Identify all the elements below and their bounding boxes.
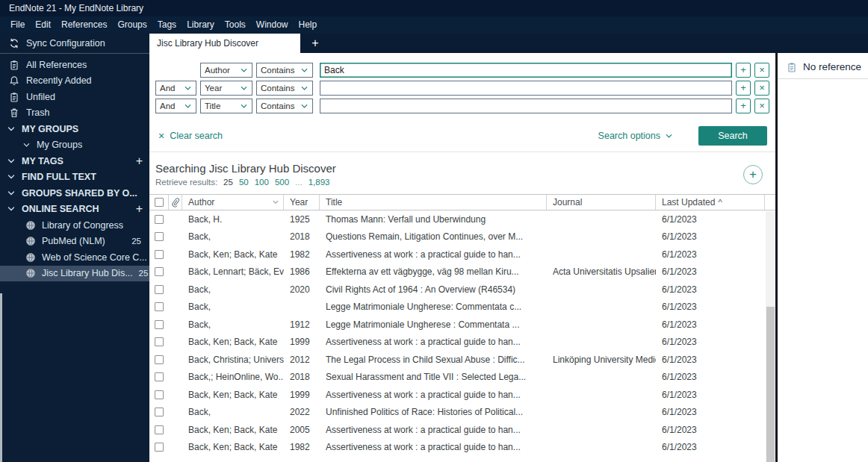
retrieve-option-500[interactable]: 500 <box>275 178 289 187</box>
author-column-header[interactable]: Author <box>182 195 284 210</box>
chevron-down-icon[interactable] <box>6 188 16 199</box>
table-row[interactable]: Back, Ken; Back, Kate 1999 Assertiveness… <box>149 386 775 404</box>
table-row[interactable]: Back, Ken; Back, Kate 2005 Assertiveness… <box>149 421 775 439</box>
clear-search-label: Clear search <box>170 131 223 141</box>
row-checkbox[interactable] <box>155 355 164 364</box>
sidebar-group-find-full-text[interactable]: FIND FULL TEXT <box>0 169 149 186</box>
operator-select[interactable]: Contains <box>256 81 313 96</box>
search-term-input[interactable] <box>320 99 732 113</box>
row-checkbox[interactable] <box>155 372 164 381</box>
journal-column-header[interactable]: Journal <box>547 195 656 210</box>
add-search-row-button[interactable]: + <box>736 63 751 78</box>
sidebar-item-jisc-library-hub[interactable]: Jisc Library Hub Dis... 25 <box>0 266 149 282</box>
table-row[interactable]: Back, Ken; Back, Kate 1982 Assertiveness… <box>149 439 775 457</box>
search-term-input[interactable] <box>320 63 732 78</box>
menu-file[interactable]: File <box>5 16 30 34</box>
add-references-button[interactable]: + <box>743 165 763 184</box>
row-checkbox[interactable] <box>155 215 164 224</box>
table-row[interactable]: Back, 2018 Questions Remain, Litigation … <box>149 228 775 246</box>
attachment-column-header[interactable] <box>169 195 182 210</box>
row-checkbox[interactable] <box>155 425 164 434</box>
title-column-header[interactable]: Title <box>320 195 547 210</box>
sidebar-item-recently-added[interactable]: Recently Added <box>0 73 149 90</box>
row-checkbox[interactable] <box>155 285 164 294</box>
retrieve-option-all[interactable]: 1,893 <box>309 178 330 187</box>
row-checkbox[interactable] <box>155 302 164 311</box>
retrieve-option-25[interactable]: 25 <box>223 178 233 187</box>
last-updated-column-header[interactable]: Last Updated ^ <box>656 195 765 210</box>
sidebar-group-groups-shared[interactable]: GROUPS SHARED BY O... <box>0 185 149 202</box>
sidebar-item-library-of-congress[interactable]: Library of Congress <box>0 217 149 234</box>
table-row[interactable]: Back, H. 1925 Thomas Mann: Verfall und U… <box>149 210 775 228</box>
menu-help[interactable]: Help <box>294 16 323 34</box>
menu-library[interactable]: Library <box>182 16 220 34</box>
sidebar-item-my-groups[interactable]: My Groups <box>0 137 149 154</box>
table-row[interactable]: Back, Legge Matrimoniale Ungherese: Comm… <box>149 299 775 316</box>
sidebar-group-my-groups[interactable]: MY GROUPS <box>0 121 149 137</box>
select-all-checkbox[interactable] <box>155 198 164 207</box>
year-column-header[interactable]: Year <box>284 195 320 210</box>
sidebar-group-my-tags[interactable]: MY TAGS + <box>0 153 149 169</box>
table-row[interactable]: Back, Ken; Back, Kate 1999 Assertiveness… <box>149 334 775 352</box>
row-checkbox[interactable] <box>155 267 164 276</box>
row-checkbox[interactable] <box>155 337 164 346</box>
menu-references[interactable]: References <box>56 16 112 34</box>
add-online-search-button[interactable]: + <box>136 204 143 214</box>
boolean-select[interactable]: And <box>155 81 196 96</box>
boolean-select[interactable]: And <box>155 99 196 113</box>
sidebar-item-all-references[interactable]: All References <box>0 57 149 73</box>
select-all-header[interactable] <box>149 195 169 210</box>
table-row[interactable]: Back, 1912 Legge Matrimoniale Ungherese … <box>149 316 775 334</box>
retrieve-option-100[interactable]: 100 <box>255 178 269 187</box>
sidebar-item-web-of-science[interactable]: Web of Science Core C... <box>0 249 149 266</box>
field-select[interactable]: Title <box>200 99 252 113</box>
new-tab-button[interactable]: + <box>300 34 330 53</box>
search-options-dropdown[interactable]: Search options <box>598 131 673 141</box>
add-search-row-button[interactable]: + <box>736 99 751 113</box>
sidebar-item-unfiled[interactable]: Unfiled <box>0 89 149 105</box>
bell-icon <box>9 75 19 86</box>
table-row[interactable]: Back,; HeinOnline, Wo... 2018 Sexual Har… <box>149 369 775 387</box>
remove-search-row-button[interactable]: × <box>754 99 769 113</box>
add-search-row-button[interactable]: + <box>736 81 751 96</box>
field-select[interactable]: Year <box>200 81 252 96</box>
table-row[interactable]: Back, 2022 Unfinished Politics of Race: … <box>149 404 775 422</box>
remove-search-row-button[interactable]: × <box>754 63 769 78</box>
search-button[interactable]: Search <box>698 126 767 146</box>
table-row[interactable]: Bäck, Lennart; Bäck, Eva 1986 Effekterna… <box>149 263 775 281</box>
row-checkbox[interactable] <box>155 408 164 416</box>
chevron-down-icon[interactable] <box>6 172 16 182</box>
tab-jisc-library-hub-discover[interactable]: Jisc Library Hub Discover <box>149 34 300 53</box>
menu-tools[interactable]: Tools <box>220 16 251 34</box>
sidebar-group-online-search[interactable]: ONLINE SEARCH + <box>0 202 149 218</box>
row-checkbox[interactable] <box>155 390 164 399</box>
chevron-down-icon[interactable] <box>6 124 16 134</box>
operator-select[interactable]: Contains <box>256 63 313 78</box>
menu-window[interactable]: Window <box>251 16 294 34</box>
sidebar-item-sync-configuration[interactable]: Sync Configuration <box>0 34 149 54</box>
row-checkbox[interactable] <box>155 250 164 259</box>
chevron-down-icon[interactable] <box>22 141 31 149</box>
chevron-down-icon[interactable] <box>6 156 16 166</box>
menu-groups[interactable]: Groups <box>112 16 152 34</box>
table-row[interactable]: Back, Ken; Back, Kate 1982 Assertiveness… <box>149 246 775 263</box>
row-checkbox[interactable] <box>155 443 164 452</box>
field-select[interactable]: Author <box>200 63 252 78</box>
retrieve-option-50[interactable]: 50 <box>239 178 249 187</box>
table-row[interactable]: Back, 2020 Civil Rights Act of 1964 : An… <box>149 281 775 299</box>
chevron-down-icon[interactable] <box>6 204 16 214</box>
row-checkbox[interactable] <box>155 320 164 329</box>
search-term-input[interactable] <box>320 81 732 96</box>
vertical-scrollbar[interactable] <box>766 211 775 462</box>
menu-tags[interactable]: Tags <box>152 16 182 34</box>
operator-select[interactable]: Contains <box>256 99 313 113</box>
add-tag-button[interactable]: + <box>136 156 143 166</box>
sidebar-item-trash[interactable]: Trash <box>0 105 149 122</box>
scrollbar-thumb[interactable] <box>766 307 775 462</box>
row-checkbox[interactable] <box>155 232 164 241</box>
menu-edit[interactable]: Edit <box>30 16 56 34</box>
remove-search-row-button[interactable]: × <box>754 81 769 96</box>
table-row[interactable]: Back, Christina; Univers... 2012 The Leg… <box>149 351 775 369</box>
sidebar-item-pubmed[interactable]: PubMed (NLM) 25 <box>0 234 149 250</box>
clear-search-link[interactable]: × Clear search <box>158 130 223 142</box>
